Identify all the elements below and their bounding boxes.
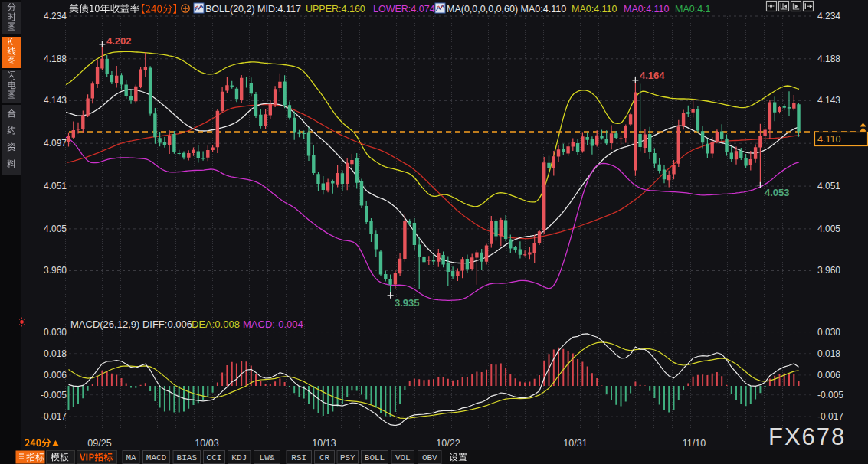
svg-text:10/03: 10/03 bbox=[195, 438, 218, 449]
svg-text:4.143: 4.143 bbox=[44, 95, 67, 106]
svg-text:4.097: 4.097 bbox=[44, 138, 67, 149]
svg-text:MACD:-0.004: MACD:-0.004 bbox=[243, 319, 303, 330]
svg-text:MA0:4.1: MA0:4.1 bbox=[675, 4, 711, 15]
svg-text:4.188: 4.188 bbox=[817, 54, 840, 64]
svg-text:4.051: 4.051 bbox=[817, 181, 840, 191]
svg-text:4.143: 4.143 bbox=[817, 95, 840, 106]
svg-text:3.935: 3.935 bbox=[395, 297, 420, 309]
svg-text:3.960: 3.960 bbox=[817, 265, 840, 276]
svg-text:BIAS: BIAS bbox=[177, 453, 198, 462]
svg-text:UPPER:4.160: UPPER:4.160 bbox=[306, 4, 365, 15]
svg-text:-0.005: -0.005 bbox=[817, 390, 843, 400]
svg-text:0.030: 0.030 bbox=[817, 327, 840, 338]
svg-text:09/25: 09/25 bbox=[87, 438, 111, 449]
svg-text:MA0:4.110: MA0:4.110 bbox=[572, 4, 617, 15]
svg-text:10/31: 10/31 bbox=[563, 438, 587, 449]
svg-text:0.030: 0.030 bbox=[44, 327, 67, 338]
svg-text:MA0:4.110: MA0:4.110 bbox=[624, 4, 670, 15]
svg-text:0.018: 0.018 bbox=[44, 348, 67, 359]
svg-text:BOLL: BOLL bbox=[365, 453, 385, 462]
svg-text:LW&: LW& bbox=[260, 453, 275, 462]
svg-text:-0.017: -0.017 bbox=[817, 411, 843, 422]
svg-text:LOWER:4.074: LOWER:4.074 bbox=[373, 4, 435, 15]
svg-text:0.006: 0.006 bbox=[44, 370, 67, 381]
svg-text:4.005: 4.005 bbox=[44, 224, 67, 234]
svg-text:-0.005: -0.005 bbox=[41, 390, 67, 400]
svg-text:4.234: 4.234 bbox=[44, 11, 67, 21]
svg-text:MA: MA bbox=[126, 453, 136, 462]
svg-text:0.006: 0.006 bbox=[817, 370, 840, 381]
svg-text:MACD: MACD bbox=[146, 453, 167, 462]
svg-text:-0.017: -0.017 bbox=[41, 411, 67, 422]
svg-text:4.051: 4.051 bbox=[44, 181, 67, 191]
svg-text:11/10: 11/10 bbox=[683, 438, 706, 449]
svg-text:4.202: 4.202 bbox=[106, 35, 132, 47]
svg-text:4.005: 4.005 bbox=[817, 224, 840, 234]
svg-text:4.053: 4.053 bbox=[765, 187, 790, 198]
svg-text:10/13: 10/13 bbox=[312, 438, 336, 449]
svg-text:DEA:0.008: DEA:0.008 bbox=[192, 319, 240, 330]
svg-text:BOLL(20,2) MID:4.117: BOLL(20,2) MID:4.117 bbox=[205, 4, 301, 15]
svg-text:PSY: PSY bbox=[340, 453, 355, 462]
svg-text:FX678: FX678 bbox=[768, 423, 846, 450]
svg-text:MA(0,0,0,0,0,60) MA0:4.110: MA(0,0,0,0,0,60) MA0:4.110 bbox=[447, 4, 566, 15]
svg-text:OBV: OBV bbox=[422, 453, 437, 462]
svg-text:4.188: 4.188 bbox=[44, 54, 67, 64]
svg-text:0.018: 0.018 bbox=[817, 348, 840, 359]
svg-text:4.164: 4.164 bbox=[640, 70, 665, 81]
svg-text:CR: CR bbox=[319, 453, 330, 462]
svg-text:4.110: 4.110 bbox=[817, 134, 840, 145]
svg-text:RSI: RSI bbox=[291, 453, 306, 462]
svg-text:CCI: CCI bbox=[207, 453, 222, 462]
svg-text:VOL: VOL bbox=[395, 453, 411, 462]
svg-text:10/22: 10/22 bbox=[436, 438, 460, 449]
svg-text:KDJ: KDJ bbox=[231, 453, 247, 462]
svg-text:4.234: 4.234 bbox=[817, 11, 840, 21]
svg-text:3.960: 3.960 bbox=[44, 265, 67, 276]
svg-text:MACD(26,12,9) DIFF:0.006: MACD(26,12,9) DIFF:0.006 bbox=[70, 319, 192, 330]
